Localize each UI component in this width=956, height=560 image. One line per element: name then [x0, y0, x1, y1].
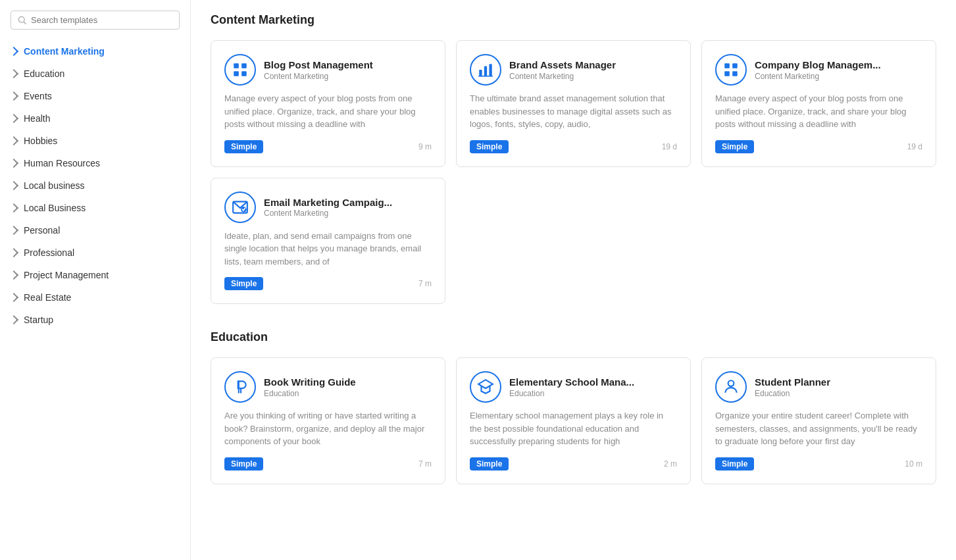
svg-rect-2	[234, 63, 239, 68]
cards-grid-education: Book Writing Guide Education Are you thi…	[211, 357, 936, 484]
sections-container: Content Marketing Blog Post Management C…	[211, 13, 936, 484]
card-header-email-marketing-campaign: Email Marketing Campaig... Content Marke…	[224, 191, 432, 223]
main-content: Content Marketing Blog Post Management C…	[191, 0, 956, 560]
card-badge-company-blog-management[interactable]: Simple	[715, 140, 754, 153]
card-description-book-writing-guide: Are you thinking of writing or have star…	[224, 409, 432, 448]
sidebar-item-project-management[interactable]: Project Management	[0, 264, 190, 286]
card-title-blog-post-management: Blog Post Management	[264, 59, 373, 72]
card-company-blog-management[interactable]: Company Blog Managem... Content Marketin…	[701, 40, 936, 167]
sidebar-item-label: Hobbies	[24, 136, 57, 146]
svg-rect-11	[732, 63, 738, 68]
card-category-book-writing-guide: Education	[264, 389, 356, 398]
sidebar-item-label: Events	[24, 91, 52, 101]
card-description-student-planner: Organize your entire student career! Com…	[715, 409, 922, 448]
chevron-icon	[9, 91, 18, 101]
card-title-group-company-blog-management: Company Blog Managem... Content Marketin…	[755, 59, 881, 81]
card-elementary-school-management[interactable]: Elementary School Mana... Education Elem…	[456, 357, 691, 484]
card-badge-blog-post-management[interactable]: Simple	[224, 140, 263, 153]
card-title-brand-assets-manager: Brand Assets Manager	[509, 59, 616, 72]
card-footer-student-planner: Simple 10 m	[715, 457, 922, 471]
search-input[interactable]	[31, 15, 172, 25]
sidebar-item-professional[interactable]: Professional	[0, 242, 190, 264]
chevron-icon	[9, 203, 18, 213]
card-brand-assets-manager[interactable]: Brand Assets Manager Content Marketing T…	[456, 40, 691, 167]
card-description-blog-post-management: Manage every aspect of your blog posts f…	[224, 92, 432, 131]
sidebar-item-personal[interactable]: Personal	[0, 219, 190, 242]
sidebar-item-content-marketing[interactable]: Content Marketing	[0, 40, 190, 63]
sidebar-item-health[interactable]: Health	[0, 107, 190, 130]
sidebar-item-label: Local Business	[24, 203, 86, 213]
sidebar-item-startup[interactable]: Startup	[0, 309, 190, 331]
chevron-icon	[9, 315, 18, 324]
svg-rect-5	[241, 71, 247, 76]
card-footer-email-marketing-campaign: Simple 7 m	[224, 277, 432, 290]
card-badge-student-planner[interactable]: Simple	[715, 457, 754, 471]
sidebar-item-label: Local business	[24, 180, 85, 191]
sidebar-item-label: Education	[24, 68, 64, 79]
card-category-student-planner: Education	[755, 389, 830, 398]
card-email-marketing-campaign[interactable]: Email Marketing Campaig... Content Marke…	[211, 178, 445, 305]
sidebar-item-label: Human Resources	[24, 158, 100, 168]
svg-rect-12	[724, 71, 730, 76]
card-badge-book-writing-guide[interactable]: Simple	[224, 457, 263, 471]
svg-rect-10	[724, 63, 730, 68]
card-title-group-blog-post-management: Blog Post Management Content Marketing	[264, 59, 373, 81]
card-title-group-student-planner: Student Planner Education	[755, 376, 830, 398]
card-icon-brand-assets-manager	[470, 54, 501, 86]
section-content-marketing: Content Marketing Blog Post Management C…	[211, 13, 936, 304]
sidebar-item-education[interactable]: Education	[0, 63, 190, 85]
card-header-brand-assets-manager: Brand Assets Manager Content Marketing	[470, 54, 677, 86]
card-category-company-blog-management: Content Marketing	[755, 72, 881, 81]
cards-grid-content-marketing: Blog Post Management Content Marketing M…	[211, 40, 936, 304]
card-title-group-book-writing-guide: Book Writing Guide Education	[264, 376, 356, 398]
card-time-brand-assets-manager: 19 d	[662, 142, 677, 151]
sidebar-item-local-business-1[interactable]: Local business	[0, 174, 190, 197]
section-education: Education Book Writing Guide Education A…	[211, 330, 936, 484]
card-student-planner[interactable]: Student Planner Education Organize your …	[701, 357, 936, 484]
chevron-icon	[9, 293, 18, 302]
chevron-icon	[9, 270, 18, 280]
sidebar-item-human-resources[interactable]: Human Resources	[0, 152, 190, 174]
sidebar-item-real-estate[interactable]: Real Estate	[0, 286, 190, 309]
card-footer-elementary-school-management: Simple 2 m	[470, 457, 677, 471]
card-header-book-writing-guide: Book Writing Guide Education	[224, 371, 432, 403]
card-description-company-blog-management: Manage every aspect of your blog posts f…	[715, 92, 922, 131]
sidebar-item-label: Professional	[24, 247, 74, 258]
card-icon-student-planner	[715, 371, 747, 403]
card-header-blog-post-management: Blog Post Management Content Marketing	[224, 54, 432, 86]
sidebar-item-label: Startup	[24, 315, 53, 325]
search-container[interactable]	[11, 11, 180, 30]
sidebar-item-hobbies[interactable]: Hobbies	[0, 130, 190, 152]
card-badge-brand-assets-manager[interactable]: Simple	[470, 140, 509, 153]
card-title-email-marketing-campaign: Email Marketing Campaig...	[264, 196, 392, 209]
sidebar-item-events[interactable]: Events	[0, 85, 190, 107]
card-badge-email-marketing-campaign[interactable]: Simple	[224, 277, 263, 290]
card-icon-elementary-school-management	[470, 371, 501, 403]
card-time-elementary-school-management: 2 m	[664, 459, 677, 469]
svg-line-1	[24, 22, 26, 24]
card-blog-post-management[interactable]: Blog Post Management Content Marketing M…	[211, 40, 445, 167]
svg-rect-3	[241, 63, 247, 68]
card-header-student-planner: Student Planner Education	[715, 371, 922, 403]
card-category-elementary-school-management: Education	[509, 389, 634, 398]
svg-rect-6	[479, 70, 482, 76]
card-header-company-blog-management: Company Blog Managem... Content Marketin…	[715, 54, 922, 86]
card-time-book-writing-guide: 7 m	[418, 459, 432, 469]
chevron-icon	[9, 69, 18, 78]
svg-rect-7	[484, 66, 487, 76]
svg-rect-8	[489, 64, 491, 76]
sidebar-item-label: Content Marketing	[24, 46, 105, 57]
card-title-elementary-school-management: Elementary School Mana...	[509, 376, 634, 389]
card-badge-elementary-school-management[interactable]: Simple	[470, 457, 509, 471]
svg-rect-4	[234, 71, 239, 76]
section-title-content-marketing: Content Marketing	[211, 13, 936, 27]
card-category-brand-assets-manager: Content Marketing	[509, 72, 616, 81]
card-time-blog-post-management: 9 m	[418, 142, 432, 151]
card-icon-company-blog-management	[715, 54, 747, 86]
sidebar-item-label: Personal	[24, 225, 60, 236]
sidebar-item-label: Health	[24, 113, 50, 124]
card-icon-email-marketing-campaign	[224, 191, 256, 223]
search-wrapper	[0, 11, 190, 40]
sidebar-item-local-business-2[interactable]: Local Business	[0, 197, 190, 219]
card-book-writing-guide[interactable]: Book Writing Guide Education Are you thi…	[211, 357, 445, 484]
